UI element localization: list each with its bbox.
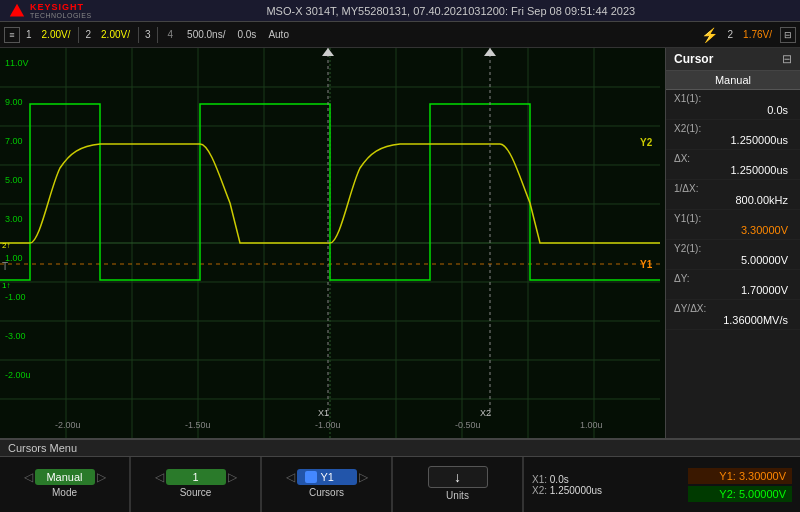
logo-text-top: KEYSIGHT [30,2,92,12]
svg-text:-0.50u: -0.50u [455,420,481,430]
source-label: Source [180,487,212,498]
bottom-bar: Cursors Menu ◁ Manual ▷ Mode ◁ 1 ▷ [0,438,800,512]
source-value[interactable]: 1 [166,469,226,485]
cursor-dy-label: ΔY: [674,273,792,284]
settings-button[interactable]: ⊟ [780,27,796,43]
cursors-label: Cursors [309,487,344,498]
ch3-num[interactable]: 3 [143,29,153,40]
units-arrow-down: ↓ [454,469,461,485]
source-left-arrow: ◁ [155,470,164,484]
delay-val[interactable]: 0.0s [233,28,260,41]
svg-text:1↑: 1↑ [2,281,10,290]
cursor-dy-row: ΔY: 1.70000V [666,270,800,300]
main-area: 11.0V 9.00 7.00 5.00 3.00 1.00 -1.00 -3.… [0,48,800,438]
source-button[interactable]: ◁ 1 ▷ Source [131,457,261,512]
svg-marker-0 [10,3,24,16]
cursor-dx-label: ΔX: [674,153,792,164]
x-readouts: X1: 0.0s X2: 1.250000us [524,457,680,512]
channel-bar: ≡ 1 2.00V/ 2 2.00V/ 3 4 500.0ns/ 0.0s Au… [0,22,800,48]
svg-text:1.00u: 1.00u [580,420,603,430]
svg-text:-2.00u: -2.00u [55,420,81,430]
trigger-level[interactable]: 1.76V/ [739,28,776,41]
cursors-right-arrow: ▷ [359,470,368,484]
cursors-left-arrow: ◁ [286,470,295,484]
units-label: Units [446,490,469,501]
menu-button[interactable]: ≡ [4,27,20,43]
cursor-dy-dx-value: 1.36000MV/s [674,314,792,326]
scope-display: 11.0V 9.00 7.00 5.00 3.00 1.00 -1.00 -3.… [0,48,665,438]
cursor-y2-label: Y2(1): [674,243,792,254]
svg-text:9.00: 9.00 [5,97,23,107]
cursors-value[interactable]: Y1 [297,469,357,485]
ch1-scale[interactable]: 2.00V/ [38,28,75,41]
cursor-panel-header: Cursor ⊟ [666,48,800,71]
cursor-inv-dx-label: 1/ΔX: [674,183,792,194]
cursor-x1-row: X1(1): 0.0s [666,90,800,120]
x1-readout-label: X1: 0.0s [532,474,672,485]
svg-text:-1.00u: -1.00u [315,420,341,430]
keysight-logo: KEYSIGHT TECHNOLOGIES [8,2,100,20]
y-readouts: Y1: 3.30000V Y2: 5.00000V [680,457,800,512]
x2-readout-label: X2: 1.250000us [532,485,672,496]
bottom-controls: ◁ Manual ▷ Mode ◁ 1 ▷ Source [0,457,800,512]
svg-text:-1.50u: -1.50u [185,420,211,430]
cursor-mode-label: Manual [666,71,800,90]
svg-text:11.0V: 11.0V [5,58,29,68]
cursor-dy-value: 1.70000V [674,284,792,296]
svg-text:X1: X1 [318,408,329,418]
cursors-menu-title: Cursors Menu [0,440,800,457]
y1-readout: Y1: 3.30000V [688,468,792,484]
ch1-num[interactable]: 1 [24,29,34,40]
cursor-y2-value: 5.00000V [674,254,792,266]
time-scale[interactable]: 500.0ns/ [183,28,229,41]
svg-text:5.00: 5.00 [5,175,23,185]
y2-readout: Y2: 5.00000V [688,486,792,502]
mode-right-arrow: ▷ [97,470,106,484]
cursor-panel-title: Cursor [674,52,713,66]
svg-text:Y1: Y1 [640,259,653,270]
ch2-num[interactable]: 2 [83,29,93,40]
cursor-x1-label: X1(1): [674,93,792,104]
scope-title: MSO-X 3014T, MY55280131, 07.40.202103120… [110,5,792,17]
svg-text:T: T [2,261,8,272]
divider-2 [138,27,139,43]
ch2-scale[interactable]: 2.00V/ [97,28,134,41]
mode-value[interactable]: Manual [35,469,95,485]
cursor-y2-row: Y2(1): 5.00000V [666,240,800,270]
header-bar: KEYSIGHT TECHNOLOGIES MSO-X 3014T, MY552… [0,0,800,22]
units-value[interactable]: ↓ [428,466,488,488]
cursor-dy-dx-row: ΔY/ΔX: 1.36000MV/s [666,300,800,330]
cursor-dx-value: 1.250000us [674,164,792,176]
cursor-panel-icon: ⊟ [782,52,792,66]
x2-readout-value: 1.250000us [550,485,602,496]
cursor-x2-value: 1.250000us [674,134,792,146]
logo-text-bottom: TECHNOLOGIES [30,12,92,19]
cursor-x2-label: X2(1): [674,123,792,134]
cursors-button[interactable]: ◁ Y1 ▷ Cursors [262,457,392,512]
svg-text:2↑: 2↑ [2,241,10,250]
cursor-dx-row: ΔX: 1.250000us [666,150,800,180]
svg-text:-1.00: -1.00 [5,292,26,302]
cursor-y1-row: Y1(1): 3.30000V [666,210,800,240]
x1-readout-value: 0.0s [550,474,569,485]
divider-1 [78,27,79,43]
units-button[interactable]: ↓ Units [393,457,523,512]
trigger-ch-num[interactable]: 2 [726,29,736,40]
svg-text:3.00: 3.00 [5,214,23,224]
mode-button[interactable]: ◁ Manual ▷ Mode [0,457,130,512]
cursor-x1-value: 0.0s [674,104,792,116]
trigger-icon: ⚡ [697,27,722,43]
trigger-mode[interactable]: Auto [264,28,293,41]
mode-label: Mode [52,487,77,498]
divider-3 [157,27,158,43]
cursor-panel: Cursor ⊟ Manual X1(1): 0.0s X2(1): 1.250… [665,48,800,438]
mode-left-arrow: ◁ [24,470,33,484]
svg-text:Y2: Y2 [640,137,653,148]
cursor-dy-dx-label: ΔY/ΔX: [674,303,792,314]
ch4-num[interactable]: 4 [162,29,180,40]
svg-text:-3.00: -3.00 [5,331,26,341]
svg-text:X2: X2 [480,408,491,418]
svg-text:-2.00u: -2.00u [5,370,31,380]
cursor-inv-dx-row: 1/ΔX: 800.00kHz [666,180,800,210]
cursor-x2-row: X2(1): 1.250000us [666,120,800,150]
